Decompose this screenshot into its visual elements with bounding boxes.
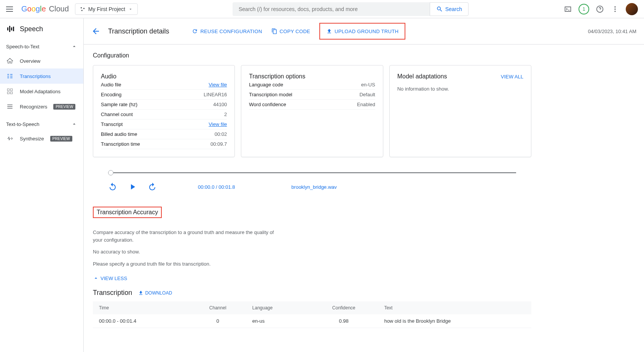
table-cell: 0.98: [309, 314, 378, 328]
kv-row: Audio fileView file: [101, 80, 227, 90]
avatar[interactable]: [626, 3, 638, 15]
kv-row: Channel count2: [101, 110, 227, 119]
top-header: Google Cloud My First Project Search 1: [0, 0, 644, 18]
refresh-icon: [192, 28, 198, 34]
svg-rect-14: [11, 92, 13, 94]
kv-value: LINEAR16: [204, 92, 227, 97]
adaptations-icon: [6, 88, 14, 95]
recognizers-icon: [6, 103, 14, 110]
table-header: Language: [246, 301, 309, 314]
svg-point-6: [614, 11, 615, 12]
svg-point-5: [614, 8, 615, 10]
table-cell: en-us: [246, 314, 309, 328]
accuracy-title: Transcription Accuracy: [93, 207, 162, 218]
play-icon[interactable]: [128, 182, 137, 191]
forward-icon[interactable]: [148, 182, 157, 191]
kv-row: Sample rate (hz)44100: [101, 100, 227, 110]
sidebar-item-synthesize[interactable]: Synthesize PREVIEW: [0, 131, 83, 146]
audio-player: 00:00.0 / 00:01.8 brooklyn_bridge.wav: [108, 172, 516, 191]
table-cell: 0: [190, 314, 246, 328]
download-button[interactable]: DOWNLOAD: [138, 290, 172, 296]
chevron-up-icon: [93, 275, 99, 281]
kv-key: Transcription time: [101, 141, 210, 147]
kv-link[interactable]: View file: [209, 121, 227, 127]
kv-key: Audio file: [101, 82, 209, 88]
upload-ground-truth-button[interactable]: UPLOAD GROUND TRUTH: [319, 23, 405, 40]
kv-row: Transcription modelDefault: [249, 90, 375, 100]
player-time: 00:00.0 / 00:01.8: [198, 184, 235, 190]
svg-rect-8: [9, 26, 10, 32]
sidebar-item-transcriptions[interactable]: Transcriptions: [0, 68, 83, 84]
table-header: Channel: [190, 301, 246, 314]
configuration-title: Configuration: [93, 52, 531, 59]
no-info-text: No information to show.: [397, 86, 523, 92]
view-less-button[interactable]: VIEW LESS: [93, 275, 531, 281]
search-input[interactable]: [233, 6, 430, 12]
no-accuracy-text: No accuracy to show.: [93, 248, 283, 256]
google-cloud-logo[interactable]: Google Cloud: [21, 5, 69, 13]
sidebar: Speech Speech-to-Text Overview Transcrip…: [0, 18, 84, 352]
kv-key: Encoding: [101, 92, 204, 97]
kv-key: Word confidence: [249, 102, 357, 107]
rewind-icon[interactable]: [108, 182, 117, 191]
svg-rect-13: [7, 92, 9, 94]
hamburger-menu-icon[interactable]: [6, 5, 15, 14]
audio-card-title: Audio: [101, 73, 227, 80]
chevron-up-icon: [71, 43, 77, 49]
kv-row: Language codeen-US: [249, 80, 375, 90]
player-thumb[interactable]: [108, 170, 113, 175]
svg-rect-12: [11, 89, 13, 91]
table-cell: how old is the Brooklyn Bridge: [378, 314, 531, 328]
options-card-title: Transcription options: [249, 73, 375, 80]
kv-value: 2: [224, 111, 227, 117]
copy-icon: [271, 28, 277, 34]
view-all-button[interactable]: VIEW ALL: [501, 74, 523, 80]
sidebar-section-speech-to-text[interactable]: Speech-to-Text: [0, 40, 83, 53]
svg-rect-7: [7, 27, 8, 30]
adaptations-card-title: Model adaptations: [397, 73, 447, 80]
help-icon[interactable]: [595, 5, 604, 14]
speech-icon: [6, 24, 15, 33]
svg-rect-9: [11, 27, 12, 30]
home-icon: [6, 57, 14, 65]
sidebar-section-text-to-speech[interactable]: Text-to-Speech: [0, 117, 83, 131]
main-content: Transcription details REUSE CONFIGURATIO…: [84, 18, 644, 352]
search-icon: [436, 6, 443, 13]
transcription-title: Transcription: [93, 289, 132, 297]
chevron-down-icon: [128, 7, 133, 11]
project-name: My First Project: [88, 6, 125, 12]
player-track[interactable]: [108, 172, 516, 173]
kv-row: Word confidenceEnabled: [249, 100, 375, 110]
specify-text: Please specify a ground truth file for t…: [93, 260, 283, 268]
page-title: Transcription details: [108, 27, 169, 35]
sidebar-item-model-adaptations[interactable]: Model Adaptations: [0, 84, 83, 99]
table-cell: 00:00.0 - 00:01.4: [93, 314, 190, 328]
table-header: Confidence: [309, 301, 378, 314]
search-button[interactable]: Search: [430, 2, 469, 16]
player-file: brooklyn_bridge.wav: [292, 184, 337, 190]
project-dots-icon: [80, 6, 85, 12]
table-header: Text: [378, 301, 531, 314]
sidebar-header: Speech: [0, 18, 83, 40]
options-card: Transcription options Language codeen-US…: [241, 65, 383, 157]
cloud-shell-icon[interactable]: [563, 5, 572, 14]
kv-key: Sample rate (hz): [101, 102, 213, 107]
kv-value: 00:09.7: [210, 141, 227, 147]
chevron-up-icon: [71, 121, 77, 127]
transcription-table: TimeChannelLanguageConfidenceText 00:00.…: [93, 301, 531, 328]
preview-tag: PREVIEW: [53, 104, 75, 110]
preview-tag: PREVIEW: [50, 136, 72, 142]
kv-link[interactable]: View file: [209, 82, 227, 88]
table-header: Time: [93, 301, 190, 314]
svg-point-1: [83, 8, 85, 9]
kv-key: Channel count: [101, 111, 224, 117]
back-arrow-icon[interactable]: [91, 27, 100, 36]
reuse-configuration-button[interactable]: REUSE CONFIGURATION: [192, 23, 262, 40]
sidebar-item-overview[interactable]: Overview: [0, 53, 83, 68]
sidebar-item-recognizers[interactable]: Recognizers PREVIEW: [0, 99, 83, 114]
more-icon[interactable]: [611, 5, 620, 14]
project-selector[interactable]: My First Project: [75, 3, 138, 15]
notification-badge[interactable]: 1: [579, 4, 589, 14]
transcriptions-icon: [6, 72, 14, 80]
copy-code-button[interactable]: COPY CODE: [271, 23, 310, 40]
